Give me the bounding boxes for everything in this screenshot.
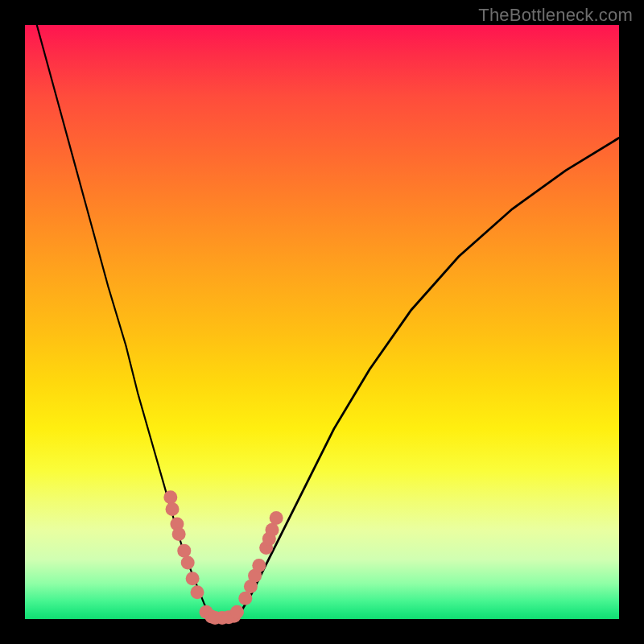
watermark-text: TheBottleneck.com (478, 5, 633, 26)
data-dot (252, 559, 266, 572)
curve-left-branch (37, 25, 214, 619)
data-dot (230, 605, 244, 619)
data-dot (163, 490, 177, 504)
data-dot (186, 572, 200, 585)
data-dot (270, 511, 283, 525)
data-dot (191, 585, 204, 599)
chart-frame: TheBottleneck.com (0, 0, 644, 644)
data-dot (166, 502, 180, 516)
chart-svg (25, 25, 619, 619)
data-dot (172, 527, 186, 541)
data-dot (238, 592, 252, 605)
curve-right-branch (236, 138, 619, 619)
data-dot (177, 544, 191, 558)
data-dot (266, 523, 279, 537)
dot-group (163, 490, 283, 625)
data-dot (181, 555, 195, 569)
plot-area (25, 25, 619, 619)
